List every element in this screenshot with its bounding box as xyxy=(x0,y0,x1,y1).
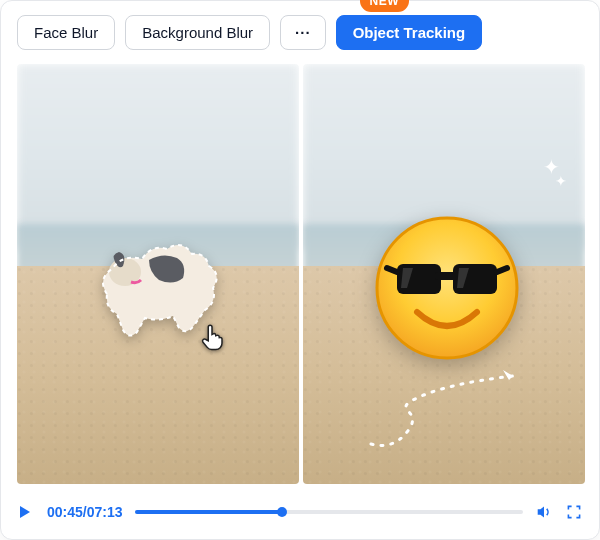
current-time: 00:45 xyxy=(47,504,83,520)
svg-rect-4 xyxy=(435,272,459,280)
preview-split: ✦✦ xyxy=(17,64,585,484)
preview-right[interactable]: ✦✦ xyxy=(303,64,585,484)
progress-bar[interactable] xyxy=(135,510,523,514)
motion-path-arrow-icon xyxy=(363,364,543,464)
video-editor-card: NEW Face Blur Background Blur ··· Object… xyxy=(0,0,600,540)
tool-tabs: Face Blur Background Blur ··· Object Tra… xyxy=(17,15,583,50)
progress-thumb[interactable] xyxy=(277,507,287,517)
volume-icon xyxy=(535,503,553,521)
tab-face-blur[interactable]: Face Blur xyxy=(17,15,115,50)
new-badge: NEW xyxy=(360,0,410,12)
preview-left[interactable] xyxy=(17,64,299,484)
time-display: 00:45/07:13 xyxy=(47,504,123,520)
hand-pointer-icon xyxy=(197,322,227,352)
play-button[interactable] xyxy=(17,503,35,521)
play-icon xyxy=(17,504,33,520)
sparkle-icon: ✦✦ xyxy=(543,160,567,188)
player-bar: 00:45/07:13 xyxy=(17,495,583,529)
volume-button[interactable] xyxy=(535,503,553,521)
tab-background-blur[interactable]: Background Blur xyxy=(125,15,270,50)
duration: 07:13 xyxy=(87,504,123,520)
tab-more[interactable]: ··· xyxy=(280,15,326,50)
progress-fill xyxy=(135,510,283,514)
fullscreen-button[interactable] xyxy=(565,503,583,521)
fullscreen-icon xyxy=(566,504,582,520)
tab-object-tracking[interactable]: Object Tracking xyxy=(336,15,483,50)
sunglasses-emoji-overlay[interactable] xyxy=(373,214,521,362)
